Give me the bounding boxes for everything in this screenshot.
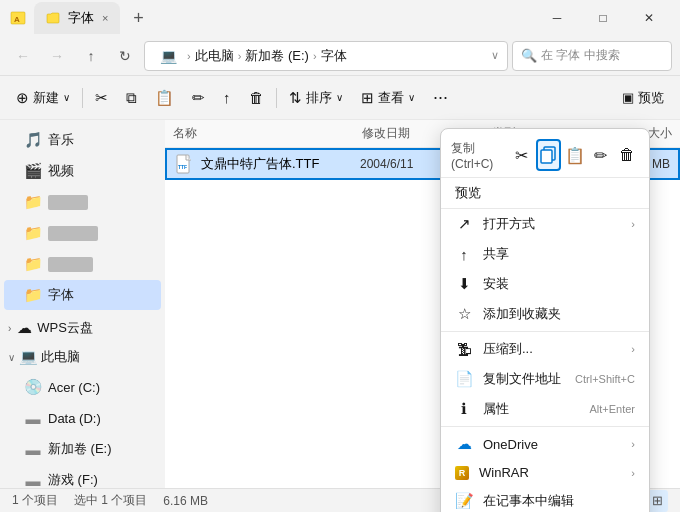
toolbar-sep-2	[276, 88, 277, 108]
sidebar-label-folder3	[48, 257, 93, 272]
sidebar-label-games: 游戏 (F:)	[48, 471, 98, 488]
ctx-winrar-left: R WinRAR	[455, 465, 529, 480]
sidebar-item-neue[interactable]: ▬ 新加卷 (E:)	[4, 434, 161, 464]
ctx-open-with-left: ↗ 打开方式	[455, 215, 535, 233]
current-tab[interactable]: 字体 ×	[34, 2, 120, 34]
ctx-cut-button[interactable]: ✂	[509, 139, 533, 171]
address-sep-1: ›	[187, 50, 191, 62]
view-label: 查看	[378, 89, 404, 107]
search-bar[interactable]: 🔍 在 字体 中搜索	[512, 41, 672, 71]
sidebar-label-fonts: 字体	[48, 286, 74, 304]
sidebar-label-acer: Acer (C:)	[48, 380, 100, 395]
sidebar-label-wps: WPS云盘	[37, 319, 93, 337]
ctx-properties-icon: ℹ	[455, 400, 473, 418]
ctx-open-with-arrow: ›	[631, 218, 635, 230]
sidebar-label-folder1	[48, 195, 88, 210]
maximize-button[interactable]: □	[580, 2, 626, 34]
ctx-delete-button[interactable]: 🗑	[615, 139, 639, 171]
back-button[interactable]: ←	[8, 41, 38, 71]
ctx-preview-item[interactable]: 预览	[441, 178, 649, 209]
preview-button[interactable]: ▣ 预览	[614, 82, 672, 114]
sort-button[interactable]: ⇅ 排序 ∨	[281, 82, 351, 114]
ctx-properties-shortcut: Alt+Enter	[589, 403, 635, 415]
sidebar-group-wps[interactable]: › ☁ WPS云盘	[4, 314, 161, 342]
sort-label: 排序	[306, 89, 332, 107]
minimize-button[interactable]: ─	[534, 2, 580, 34]
refresh-button[interactable]: ↻	[110, 41, 140, 71]
search-icon: 🔍	[521, 48, 537, 63]
ctx-properties-item[interactable]: ℹ 属性 Alt+Enter	[441, 394, 649, 424]
ctx-rename-button[interactable]: ✏	[589, 139, 613, 171]
ctx-copy-path-left: 📄 复制文件地址	[455, 370, 561, 388]
ctx-share-item[interactable]: ↑ 共享	[441, 239, 649, 269]
sidebar-item-games[interactable]: ▬ 游戏 (F:)	[4, 465, 161, 488]
paste-button[interactable]: 📋	[147, 82, 182, 114]
ctx-share-label: 共享	[483, 245, 509, 263]
sidebar-label-folder2	[48, 226, 98, 241]
drive-d-icon: ▬	[24, 410, 42, 427]
video-icon: 🎬	[24, 162, 42, 180]
ctx-quick-actions: 复制 (Ctrl+C) ✂ 📋 ✏ 🗑	[441, 133, 649, 178]
toolbar-sep-1	[82, 88, 83, 108]
sidebar-group-pc[interactable]: ∨ 💻 此电脑	[4, 343, 161, 371]
ctx-favorites-label: 添加到收藏夹	[483, 305, 561, 323]
close-button[interactable]: ✕	[626, 2, 672, 34]
sidebar-item-data[interactable]: ▬ Data (D:)	[4, 403, 161, 433]
ctx-install-item[interactable]: ⬇ 安装	[441, 269, 649, 299]
ctx-onedrive-icon: ☁	[455, 435, 473, 453]
sidebar-item-fonts[interactable]: 📁 字体	[4, 280, 161, 310]
sidebar-item-folder1[interactable]: 📁	[4, 187, 161, 217]
ctx-properties-left: ℹ 属性	[455, 400, 509, 418]
address-drive[interactable]: 新加卷 (E:)	[245, 47, 309, 65]
address-pc[interactable]: 此电脑	[195, 47, 234, 65]
sidebar-label-data: Data (D:)	[48, 411, 101, 426]
tab-bar: 字体 × +	[34, 2, 534, 34]
sort-icon: ⇅	[289, 89, 302, 107]
new-tab-button[interactable]: +	[124, 4, 152, 32]
ctx-open-with-item[interactable]: ↗ 打开方式 ›	[441, 209, 649, 239]
address-bar[interactable]: 💻 › 此电脑 › 新加卷 (E:) › 字体 ∨	[144, 41, 508, 71]
ctx-sep-1	[441, 331, 649, 332]
ctx-install-left: ⬇ 安装	[455, 275, 509, 293]
view-button[interactable]: ⊞ 查看 ∨	[353, 82, 423, 114]
address-pc-icon: 💻	[153, 41, 183, 71]
ctx-compress-arrow: ›	[631, 343, 635, 355]
address-chevron: ∨	[491, 49, 499, 62]
copy-button[interactable]: ⧉	[118, 82, 145, 114]
sidebar-label-neue: 新加卷 (E:)	[48, 440, 112, 458]
rename-icon: ✏	[192, 89, 205, 107]
address-folder[interactable]: 字体	[321, 47, 347, 65]
sidebar-item-acer[interactable]: 💿 Acer (C:)	[4, 372, 161, 402]
ctx-winrar-label: WinRAR	[479, 465, 529, 480]
sidebar: 🎵 音乐 🎬 视频 📁 📁 📁 📁 字体 › ☁	[0, 120, 165, 488]
sidebar-item-folder3[interactable]: 📁	[4, 249, 161, 279]
new-button[interactable]: ⊕ 新建 ∨	[8, 82, 78, 114]
sidebar-item-music[interactable]: 🎵 音乐	[4, 125, 161, 155]
ctx-copy-path-shortcut: Ctrl+Shift+C	[575, 373, 635, 385]
share-button[interactable]: ↑	[215, 82, 239, 114]
delete-button[interactable]: 🗑	[241, 82, 272, 114]
ctx-onedrive-item[interactable]: ☁ OneDrive ›	[441, 429, 649, 459]
tab-close-button[interactable]: ×	[102, 12, 108, 24]
up-button[interactable]: ↑	[76, 41, 106, 71]
cut-button[interactable]: ✂	[87, 82, 116, 114]
sidebar-item-folder2[interactable]: 📁	[4, 218, 161, 248]
ctx-paste-button[interactable]: 📋	[563, 139, 587, 171]
ctx-copy-path-item[interactable]: 📄 复制文件地址 Ctrl+Shift+C	[441, 364, 649, 394]
ctx-open-with-label: 打开方式	[483, 215, 535, 233]
ctx-share-left: ↑ 共享	[455, 245, 509, 263]
svg-text:A: A	[14, 15, 20, 24]
copy-icon: ⧉	[126, 89, 137, 107]
more-button[interactable]: ···	[425, 82, 457, 114]
rename-button[interactable]: ✏	[184, 82, 213, 114]
ctx-compress-item[interactable]: 🗜 压缩到... ›	[441, 334, 649, 364]
app-icon: A	[8, 8, 28, 28]
ctx-favorites-item[interactable]: ☆ 添加到收藏夹	[441, 299, 649, 329]
delete-icon: 🗑	[249, 89, 264, 106]
ctx-copy-button[interactable]	[536, 139, 561, 171]
ctx-notepad-item[interactable]: 📝 在记事本中编辑	[441, 486, 649, 512]
ctx-winrar-icon: R	[455, 466, 469, 480]
forward-button[interactable]: →	[42, 41, 72, 71]
ctx-winrar-item[interactable]: R WinRAR ›	[441, 459, 649, 486]
sidebar-item-video[interactable]: 🎬 视频	[4, 156, 161, 186]
